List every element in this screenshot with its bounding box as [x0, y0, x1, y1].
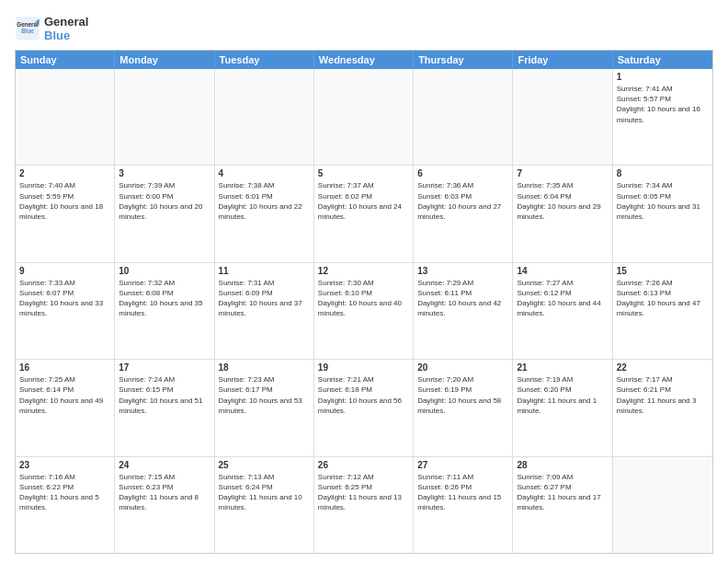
day-number: 23: [19, 460, 110, 470]
day-number: 17: [119, 362, 210, 373]
cal-cell-17: 17Sunrise: 7:24 AM Sunset: 6:15 PM Dayli…: [115, 360, 214, 455]
day-number: 26: [318, 460, 409, 470]
day-number: 21: [517, 362, 608, 373]
header-cell-thursday: Thursday: [414, 51, 513, 69]
day-info: Sunrise: 7:21 AM Sunset: 6:18 PM Dayligh…: [318, 374, 409, 416]
day-number: 2: [19, 168, 110, 178]
cal-cell-19: 19Sunrise: 7:21 AM Sunset: 6:18 PM Dayli…: [314, 360, 414, 455]
cal-cell-18: 18Sunrise: 7:23 AM Sunset: 6:17 PM Dayli…: [215, 360, 314, 455]
cal-cell-26: 26Sunrise: 7:12 AM Sunset: 6:25 PM Dayli…: [314, 457, 414, 553]
logo-icon: General Blue: [15, 16, 40, 41]
week-row-4: 16Sunrise: 7:25 AM Sunset: 6:14 PM Dayli…: [16, 360, 712, 456]
day-number: 20: [417, 362, 508, 373]
day-number: 10: [119, 266, 210, 276]
day-number: 1: [617, 72, 709, 82]
cal-cell-empty-2: [215, 69, 314, 165]
day-info: Sunrise: 7:24 AM Sunset: 6:15 PM Dayligh…: [119, 374, 210, 416]
day-info: Sunrise: 7:11 AM Sunset: 6:26 PM Dayligh…: [417, 472, 508, 513]
cal-cell-22: 22Sunrise: 7:17 AM Sunset: 6:21 PM Dayli…: [613, 360, 712, 455]
day-number: 24: [119, 460, 210, 470]
header-cell-sunday: Sunday: [16, 51, 115, 69]
day-number: 25: [219, 460, 310, 470]
cal-cell-23: 23Sunrise: 7:16 AM Sunset: 6:22 PM Dayli…: [16, 457, 115, 553]
day-info: Sunrise: 7:26 AM Sunset: 6:13 PM Dayligh…: [617, 278, 709, 319]
cal-cell-empty-1: [115, 69, 214, 165]
day-number: 14: [517, 266, 608, 276]
day-info: Sunrise: 7:29 AM Sunset: 6:11 PM Dayligh…: [417, 278, 508, 319]
calendar: SundayMondayTuesdayWednesdayThursdayFrid…: [15, 50, 713, 554]
cal-cell-12: 12Sunrise: 7:30 AM Sunset: 6:10 PM Dayli…: [314, 263, 414, 359]
day-number: 4: [219, 168, 310, 178]
day-number: 22: [617, 362, 709, 373]
cal-cell-2: 2Sunrise: 7:40 AM Sunset: 5:59 PM Daylig…: [16, 166, 115, 261]
day-info: Sunrise: 7:37 AM Sunset: 6:02 PM Dayligh…: [318, 180, 409, 222]
day-info: Sunrise: 7:17 AM Sunset: 6:21 PM Dayligh…: [617, 374, 709, 416]
cal-cell-9: 9Sunrise: 7:33 AM Sunset: 6:07 PM Daylig…: [16, 263, 115, 359]
day-info: Sunrise: 7:32 AM Sunset: 6:08 PM Dayligh…: [119, 278, 210, 319]
day-number: 12: [318, 266, 409, 276]
header-cell-friday: Friday: [513, 51, 612, 69]
day-info: Sunrise: 7:09 AM Sunset: 6:27 PM Dayligh…: [517, 472, 608, 513]
day-info: Sunrise: 7:40 AM Sunset: 5:59 PM Dayligh…: [19, 180, 110, 222]
week-row-1: 1Sunrise: 7:41 AM Sunset: 5:57 PM Daylig…: [16, 69, 712, 166]
cal-cell-empty-3: [314, 69, 414, 165]
header: General Blue General Blue: [15, 15, 713, 42]
day-number: 13: [417, 266, 508, 276]
cal-cell-4: 4Sunrise: 7:38 AM Sunset: 6:01 PM Daylig…: [215, 166, 314, 261]
week-row-2: 2Sunrise: 7:40 AM Sunset: 5:59 PM Daylig…: [16, 166, 712, 262]
cal-cell-25: 25Sunrise: 7:13 AM Sunset: 6:24 PM Dayli…: [215, 457, 314, 553]
day-number: 16: [19, 362, 110, 373]
day-info: Sunrise: 7:31 AM Sunset: 6:09 PM Dayligh…: [219, 278, 310, 319]
calendar-page: General Blue General Blue SundayMondayTu…: [0, 0, 728, 563]
cal-cell-empty-6: [613, 457, 712, 553]
cal-cell-24: 24Sunrise: 7:15 AM Sunset: 6:23 PM Dayli…: [115, 457, 214, 553]
cal-cell-6: 6Sunrise: 7:36 AM Sunset: 6:03 PM Daylig…: [414, 166, 513, 261]
calendar-header-row: SundayMondayTuesdayWednesdayThursdayFrid…: [16, 51, 712, 69]
day-info: Sunrise: 7:41 AM Sunset: 5:57 PM Dayligh…: [617, 84, 709, 125]
cal-cell-empty-5: [513, 69, 612, 165]
cal-cell-14: 14Sunrise: 7:27 AM Sunset: 6:12 PM Dayli…: [513, 263, 612, 359]
logo-text: General Blue: [44, 15, 88, 42]
day-info: Sunrise: 7:34 AM Sunset: 6:05 PM Dayligh…: [617, 180, 709, 222]
day-info: Sunrise: 7:20 AM Sunset: 6:19 PM Dayligh…: [417, 374, 508, 416]
day-info: Sunrise: 7:19 AM Sunset: 6:20 PM Dayligh…: [517, 374, 608, 416]
day-info: Sunrise: 7:12 AM Sunset: 6:25 PM Dayligh…: [318, 472, 409, 513]
day-info: Sunrise: 7:15 AM Sunset: 6:23 PM Dayligh…: [119, 472, 210, 513]
day-number: 28: [517, 460, 608, 470]
day-info: Sunrise: 7:36 AM Sunset: 6:03 PM Dayligh…: [417, 180, 508, 222]
cal-cell-8: 8Sunrise: 7:34 AM Sunset: 6:05 PM Daylig…: [613, 166, 712, 261]
day-number: 3: [119, 168, 210, 178]
week-row-3: 9Sunrise: 7:33 AM Sunset: 6:07 PM Daylig…: [16, 263, 712, 360]
day-number: 7: [517, 168, 608, 178]
day-number: 15: [617, 266, 709, 276]
day-number: 8: [617, 168, 709, 178]
day-number: 19: [318, 362, 409, 373]
header-cell-wednesday: Wednesday: [314, 51, 414, 69]
cal-cell-21: 21Sunrise: 7:19 AM Sunset: 6:20 PM Dayli…: [513, 360, 612, 455]
day-info: Sunrise: 7:23 AM Sunset: 6:17 PM Dayligh…: [219, 374, 310, 416]
day-number: 9: [19, 266, 110, 276]
day-info: Sunrise: 7:16 AM Sunset: 6:22 PM Dayligh…: [19, 472, 110, 513]
cal-cell-28: 28Sunrise: 7:09 AM Sunset: 6:27 PM Dayli…: [513, 457, 612, 553]
cal-cell-20: 20Sunrise: 7:20 AM Sunset: 6:19 PM Dayli…: [414, 360, 513, 455]
day-info: Sunrise: 7:13 AM Sunset: 6:24 PM Dayligh…: [219, 472, 310, 513]
cal-cell-5: 5Sunrise: 7:37 AM Sunset: 6:02 PM Daylig…: [314, 166, 414, 261]
cal-cell-3: 3Sunrise: 7:39 AM Sunset: 6:00 PM Daylig…: [115, 166, 214, 261]
cal-cell-27: 27Sunrise: 7:11 AM Sunset: 6:26 PM Dayli…: [414, 457, 513, 553]
day-info: Sunrise: 7:30 AM Sunset: 6:10 PM Dayligh…: [318, 278, 409, 319]
svg-text:Blue: Blue: [21, 28, 34, 34]
cal-cell-15: 15Sunrise: 7:26 AM Sunset: 6:13 PM Dayli…: [613, 263, 712, 359]
header-cell-tuesday: Tuesday: [215, 51, 314, 69]
day-info: Sunrise: 7:27 AM Sunset: 6:12 PM Dayligh…: [517, 278, 608, 319]
week-row-5: 23Sunrise: 7:16 AM Sunset: 6:22 PM Dayli…: [16, 457, 712, 553]
cal-cell-empty-0: [16, 69, 115, 165]
cal-cell-10: 10Sunrise: 7:32 AM Sunset: 6:08 PM Dayli…: [115, 263, 214, 359]
day-number: 18: [219, 362, 310, 373]
calendar-body: 1Sunrise: 7:41 AM Sunset: 5:57 PM Daylig…: [16, 69, 712, 553]
cal-cell-13: 13Sunrise: 7:29 AM Sunset: 6:11 PM Dayli…: [414, 263, 513, 359]
day-info: Sunrise: 7:39 AM Sunset: 6:00 PM Dayligh…: [119, 180, 210, 222]
day-number: 5: [318, 168, 409, 178]
logo: General Blue General Blue: [15, 15, 88, 42]
day-info: Sunrise: 7:35 AM Sunset: 6:04 PM Dayligh…: [517, 180, 608, 222]
day-info: Sunrise: 7:33 AM Sunset: 6:07 PM Dayligh…: [19, 278, 110, 319]
